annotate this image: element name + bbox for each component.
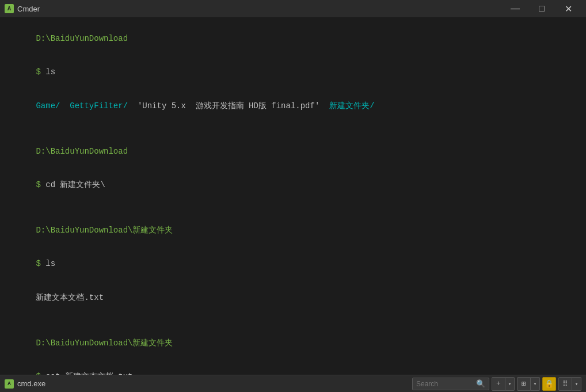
window-controls: — □ ✕: [502, 0, 581, 17]
terminal-line: $ ls: [7, 248, 579, 281]
minimize-button[interactable]: —: [502, 0, 528, 17]
terminal-area[interactable]: D:\BaiduYunDownload $ ls Game/ GettyFilt…: [0, 17, 586, 375]
terminal-line: $ ls: [7, 56, 579, 90]
path-text: D:\BaiduYunDownload\新建文件夹: [36, 338, 173, 348]
terminal-line: D:\BaiduYunDownload: [7, 135, 579, 169]
title-bar-left: A Cmder: [5, 4, 40, 13]
add-tab-button-group: + ▾: [492, 377, 515, 391]
output-text: 新建文本文档.txt: [36, 293, 104, 302]
lock-button[interactable]: 🔒: [542, 377, 556, 391]
more-button-group: ⠿ ▾: [558, 377, 581, 391]
add-tab-dropdown[interactable]: ▾: [505, 377, 515, 391]
tab-label: cmd.exe: [17, 379, 45, 388]
path-text: D:\BaiduYunDownload: [36, 34, 128, 43]
layout-dropdown[interactable]: ▾: [531, 377, 540, 391]
terminal-line: $ cat 新建文本文档.txt: [7, 360, 579, 375]
terminal-line: $ cd 新建文件夹\: [7, 169, 579, 203]
terminal-content: D:\BaiduYunDownload $ ls Game/ GettyFilt…: [7, 22, 579, 375]
title-bar: A Cmder — □ ✕: [0, 0, 586, 17]
terminal-line: [7, 315, 579, 326]
terminal-line: [7, 123, 579, 135]
command-text: cat 新建文本文档.txt: [45, 372, 132, 375]
more-dropdown[interactable]: ▾: [572, 377, 581, 391]
app-icon: A: [5, 4, 14, 13]
more-button[interactable]: ⠿: [558, 377, 572, 391]
prompt: $: [36, 67, 45, 77]
search-box[interactable]: 🔍: [412, 378, 489, 390]
status-left: A cmd.exe: [5, 379, 45, 389]
layout-button[interactable]: ⊞: [517, 377, 531, 391]
terminal-line: 新建文本文档.txt: [7, 281, 579, 315]
search-icon: 🔍: [476, 379, 485, 389]
maximize-button[interactable]: □: [528, 0, 555, 17]
prompt: $: [36, 372, 45, 375]
command-text: ls: [45, 67, 55, 77]
window-title: Cmder: [17, 5, 40, 13]
command-text: ls: [45, 259, 55, 268]
terminal-line: D:\BaiduYunDownload\新建文件夹: [7, 326, 579, 360]
terminal-line: [7, 203, 579, 214]
status-bar: A cmd.exe 🔍 + ▾ ⊞ ▾ 🔒 ⠿ ▾: [0, 375, 586, 392]
prompt: $: [36, 259, 45, 268]
add-tab-button[interactable]: +: [492, 377, 505, 391]
output-text: Game/: [36, 101, 60, 111]
terminal-line: Game/ GettyFilter/ 'Unity 5.x 游戏开发指南 HD版…: [7, 90, 579, 124]
layout-button-group: ⊞ ▾: [517, 377, 540, 391]
command-text: cd 新建文件夹\: [45, 180, 105, 189]
path-text: D:\BaiduYunDownload\新建文件夹: [36, 226, 173, 235]
tab-icon: A: [5, 379, 14, 389]
status-right: 🔍 + ▾ ⊞ ▾ 🔒 ⠿ ▾: [412, 377, 581, 391]
terminal-line: D:\BaiduYunDownload: [7, 22, 579, 56]
terminal-line: D:\BaiduYunDownload\新建文件夹: [7, 214, 579, 248]
close-button[interactable]: ✕: [555, 0, 581, 17]
path-text: D:\BaiduYunDownload: [36, 147, 128, 156]
search-input[interactable]: [416, 380, 474, 388]
prompt: $: [36, 180, 45, 189]
